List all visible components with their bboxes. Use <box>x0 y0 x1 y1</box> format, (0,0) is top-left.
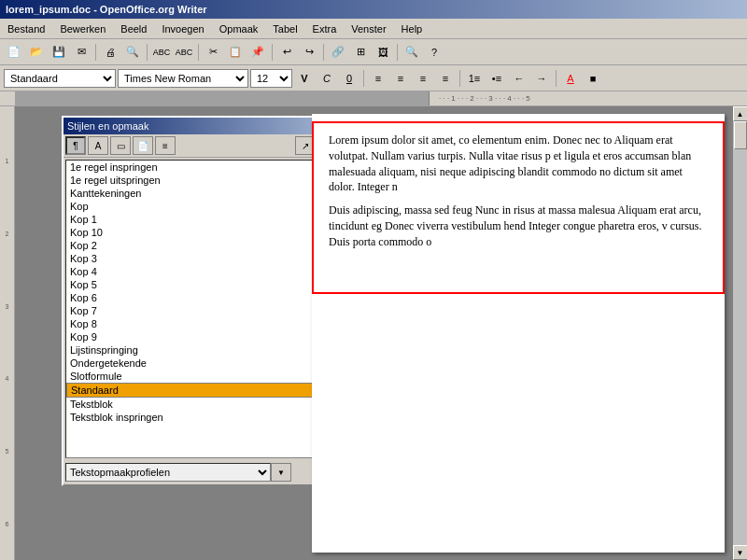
sep1 <box>95 44 96 61</box>
font-select[interactable]: Times New Roman <box>118 69 248 88</box>
styles-bottom: Tekstopmaakprofielen ▼ <box>63 460 340 484</box>
help-toolbar-btn[interactable]: ? <box>424 42 444 63</box>
format-bar: Standaard Times New Roman 12 V C 0 ≡ ≡ ≡… <box>0 65 747 91</box>
char-styles-btn[interactable]: A <box>88 136 108 155</box>
title-bar: lorem_ipsum.doc - OpenOffice.org Writer <box>0 0 747 19</box>
sep5 <box>323 44 324 61</box>
style-item-3[interactable]: Kop <box>66 200 337 213</box>
paste-btn[interactable]: 📌 <box>247 42 268 63</box>
numbering-btn[interactable]: 1≡ <box>464 69 485 88</box>
font-color-btn[interactable]: A <box>560 69 581 88</box>
save-btn[interactable]: 💾 <box>49 42 69 63</box>
sep-format3 <box>556 70 557 87</box>
list-styles-btn[interactable]: ≡ <box>155 136 176 155</box>
hyperlink-btn[interactable]: 🔗 <box>328 42 348 63</box>
menu-help[interactable]: Help <box>398 21 427 36</box>
styles-dialog: Stijlen en opmaak × ¶ A ▭ 📄 ≡ ↗ ▼ 1e reg… <box>62 116 342 486</box>
para-styles-btn[interactable]: ¶ <box>65 136 86 155</box>
align-center-btn[interactable]: ≡ <box>390 69 411 88</box>
bold-btn[interactable]: V <box>294 69 315 88</box>
style-item-7[interactable]: Kop 3 <box>66 252 337 265</box>
menu-extra[interactable]: Extra <box>309 21 341 36</box>
vertical-scrollbar: ▲ ▼ <box>732 106 747 560</box>
styles-filter-select[interactable]: Tekstopmaakprofielen <box>65 463 271 482</box>
paragraph-style-select[interactable]: Standaard <box>4 69 116 88</box>
style-item-16[interactable]: Slotformule <box>66 370 337 383</box>
styles-toolbar: ¶ A ▭ 📄 ≡ ↗ ▼ <box>63 134 340 158</box>
sep2 <box>147 44 148 61</box>
font-size-select[interactable]: 12 <box>250 69 292 88</box>
style-item-9[interactable]: Kop 5 <box>66 278 337 291</box>
page-styles-btn[interactable]: 📄 <box>133 136 153 155</box>
side-ruler: 1 2 3 4 5 6 <box>0 106 15 560</box>
styles-filter-dropdown[interactable]: ▼ <box>271 463 291 482</box>
spellcheck-btn[interactable]: ABC <box>151 42 172 63</box>
new-btn[interactable]: 📄 <box>4 42 24 63</box>
style-item-11[interactable]: Kop 7 <box>66 304 337 317</box>
align-justify-btn[interactable]: ≡ <box>435 69 456 88</box>
style-item-6[interactable]: Kop 2 <box>66 239 337 252</box>
align-right-btn[interactable]: ≡ <box>413 69 433 88</box>
insert-pic-btn[interactable]: 🖼 <box>373 42 393 63</box>
indent-more-btn[interactable]: → <box>531 69 552 88</box>
sep4 <box>272 44 273 61</box>
email-btn[interactable]: ✉ <box>71 42 92 63</box>
sep3 <box>198 44 199 61</box>
sep6 <box>397 44 398 61</box>
styles-list[interactable]: 1e regel inspringen 1e regel uitspringen… <box>65 160 338 458</box>
find-btn[interactable]: 🔍 <box>402 42 422 63</box>
print-btn[interactable]: 🖨 <box>100 42 120 63</box>
undo-btn[interactable]: ↩ <box>276 42 297 63</box>
menu-tabel[interactable]: Tabel <box>269 21 301 36</box>
style-item-18[interactable]: Tekstblok <box>66 398 337 411</box>
style-item-2[interactable]: Kanttekeningen <box>66 187 337 200</box>
highlight-btn[interactable]: ■ <box>583 69 603 88</box>
open-btn[interactable]: 📂 <box>26 42 47 63</box>
main-toolbar: 📄 📂 💾 ✉ 🖨 🔍 ABC ABC ✂ 📋 📌 ↩ ↪ 🔗 ⊞ 🖼 🔍 ? <box>0 39 747 65</box>
style-item-14[interactable]: Lijstinspringing <box>66 343 337 357</box>
style-item-4[interactable]: Kop 1 <box>66 213 337 226</box>
sep-format <box>363 70 364 87</box>
scroll-up-btn[interactable]: ▲ <box>733 106 748 121</box>
selection-highlight <box>312 121 725 294</box>
autocorrect-btn[interactable]: ABC <box>174 42 194 63</box>
frame-styles-btn[interactable]: ▭ <box>110 136 131 155</box>
italic-btn[interactable]: C <box>317 69 337 88</box>
horizontal-ruler: · · · 1 · · · 2 · · · 3 · · · 4 · · · 5 <box>0 91 747 106</box>
scrollbar-track[interactable] <box>733 121 747 545</box>
align-left-btn[interactable]: ≡ <box>368 69 388 88</box>
menu-bewerken[interactable]: Bewerken <box>56 21 109 36</box>
indent-less-btn[interactable]: ← <box>509 69 529 88</box>
style-item-8[interactable]: Kop 4 <box>66 265 337 278</box>
sep-format2 <box>459 70 460 87</box>
style-item-13[interactable]: Kop 9 <box>66 330 337 343</box>
ruler-text-area: · · · 1 · · · 2 · · · 3 · · · 4 · · · 5 <box>430 91 747 105</box>
style-item-5[interactable]: Kop 10 <box>66 226 337 239</box>
style-item-19[interactable]: Tekstblok inspringen <box>66 411 337 424</box>
scrollbar-thumb[interactable] <box>734 121 747 149</box>
underline-btn[interactable]: 0 <box>339 69 359 88</box>
style-item-12[interactable]: Kop 8 <box>66 317 337 330</box>
menu-bestand[interactable]: Bestand <box>4 21 49 36</box>
table-btn[interactable]: ⊞ <box>350 42 371 63</box>
cut-btn[interactable]: ✂ <box>203 42 223 63</box>
menu-bar: Bestand Bewerken Beeld Invoegen Opmaak T… <box>0 19 747 39</box>
title-text: lorem_ipsum.doc - OpenOffice.org Writer <box>6 4 207 15</box>
redo-btn[interactable]: ↪ <box>299 42 319 63</box>
styles-dialog-titlebar: Stijlen en opmaak × <box>63 118 340 134</box>
style-item-17[interactable]: Standaard <box>66 383 337 398</box>
styles-dialog-title: Stijlen en opmaak <box>67 120 148 132</box>
bullets-btn[interactable]: •≡ <box>486 69 507 88</box>
menu-invoegen[interactable]: Invoegen <box>158 21 207 36</box>
copy-btn[interactable]: 📋 <box>225 42 246 63</box>
preview-btn[interactable]: 🔍 <box>122 42 143 63</box>
style-item-15[interactable]: Ondergetekende <box>66 357 337 370</box>
style-item-1[interactable]: 1e regel uitspringen <box>66 174 337 187</box>
menu-opmaak[interactable]: Opmaak <box>216 21 262 36</box>
style-item-0[interactable]: 1e regel inspringen <box>66 161 337 174</box>
menu-beeld[interactable]: Beeld <box>117 21 150 36</box>
menu-venster[interactable]: Venster <box>347 21 389 36</box>
left-panel: Stijlen en opmaak × ¶ A ▭ 📄 ≡ ↗ ▼ 1e reg… <box>15 106 304 560</box>
scroll-down-btn[interactable]: ▼ <box>733 545 748 560</box>
style-item-10[interactable]: Kop 6 <box>66 291 337 304</box>
